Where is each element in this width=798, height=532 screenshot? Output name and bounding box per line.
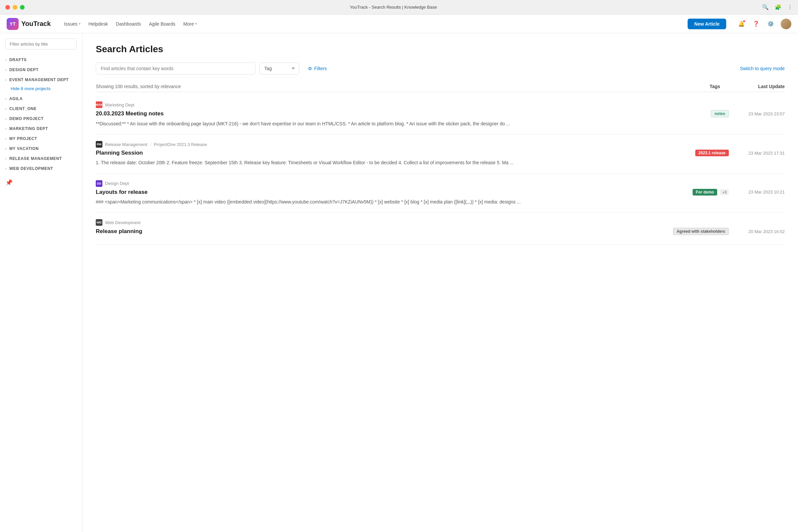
chevron-icon: › (5, 107, 7, 111)
logo-icon: YT (7, 18, 19, 30)
notifications-icon[interactable]: 🔔 (737, 19, 746, 28)
article-meta: WD Web Development (96, 219, 785, 226)
article-title-row: 20.03.2023 Meeting notes notes 23 Mar 20… (96, 110, 785, 117)
sidebar-item-my-project[interactable]: › MY PROJECT (0, 134, 82, 144)
search-icon[interactable]: 🔍 (762, 4, 769, 10)
project-name: Web Development (105, 220, 141, 225)
chevron-icon: › (5, 157, 7, 160)
tag-select[interactable]: Tag (259, 62, 299, 75)
article-title[interactable]: Release planning (96, 228, 142, 235)
filters-label: Filters (314, 66, 327, 71)
new-article-button[interactable]: New Article (688, 19, 726, 29)
article-meta: MAK Marketing Dept (96, 101, 785, 108)
sidebar-item-client-one[interactable]: › CLIENT_ONE (0, 104, 82, 114)
nav-more[interactable]: More ▾ (183, 21, 197, 26)
logo[interactable]: YT YouTrack (7, 18, 51, 30)
tag-badge[interactable]: For demo (692, 189, 718, 195)
close-button[interactable] (5, 5, 10, 10)
project-name: Design Dept (105, 181, 129, 186)
article-search-input[interactable] (96, 62, 255, 75)
article-tags: For demo +3 23 Mar 2023 10:21 (692, 189, 785, 195)
project-icon: DD (96, 180, 102, 187)
nav-dashboards[interactable]: Dashboards (116, 21, 141, 26)
nav-agile[interactable]: Agile Boards (149, 21, 175, 26)
article-excerpt: ### <span>Marketing communications</span… (96, 198, 785, 206)
tag-badge[interactable]: notes (711, 110, 729, 117)
settings-icon[interactable]: ⚙️ (766, 19, 775, 28)
article-meta: DD Design Dept (96, 180, 785, 187)
hide-projects-link[interactable]: Hide 8 more projects (0, 85, 82, 94)
project-icon: RM (96, 141, 102, 148)
article-title[interactable]: Planning Session (96, 150, 143, 156)
sidebar-item-label: DEMO PROJECT (9, 116, 43, 121)
more-dropdown-icon: ▾ (195, 22, 197, 25)
chevron-icon: › (5, 147, 7, 151)
sidebar-filter-input[interactable] (5, 39, 77, 50)
article-title[interactable]: Layouts for release (96, 189, 148, 195)
minimize-button[interactable] (13, 5, 17, 10)
sidebar-item-demo-project[interactable]: › DEMO PROJECT (0, 114, 82, 124)
notification-dot (743, 20, 745, 23)
avatar[interactable] (781, 19, 791, 29)
search-row: Tag ⚙ Filters Switch to query mode (96, 62, 785, 75)
layout: › DRAFTS › DESIGN DEPT › EVENT MANAGEMEN… (0, 33, 798, 532)
tag-select-wrapper: Tag (259, 62, 299, 75)
tag-extra[interactable]: +3 (720, 189, 729, 195)
sidebar-item-label: DRAFTS (9, 58, 26, 62)
issues-dropdown-icon: ▾ (79, 22, 80, 25)
chevron-icon: › (5, 78, 7, 82)
logo-text: YouTrack (21, 20, 51, 27)
window-title: YouTrack - Search Results | Knowledge Ba… (350, 5, 437, 10)
help-icon[interactable]: ❓ (752, 19, 761, 28)
chevron-icon: › (5, 117, 7, 121)
page-title: Search Articles (96, 44, 785, 55)
article-meta: RM Release Management / ProjectOne 2021.… (96, 141, 785, 148)
sidebar-item-label: WEB DEVELOPMENT (9, 166, 53, 171)
tag-badge[interactable]: Agreed with stakeholders (673, 228, 729, 235)
sidebar-item-marketing-dept[interactable]: › MARKETING DEPT (0, 124, 82, 134)
sidebar-item-my-vacation[interactable]: › MY VACATION (0, 144, 82, 154)
filter-icon: ⚙ (308, 66, 312, 71)
maximize-button[interactable] (20, 5, 25, 10)
tag-badge[interactable]: 2023.1 release (695, 150, 729, 156)
titlebar-actions: 🔍 🧩 ⋮ (762, 4, 793, 10)
logo-initials: YT (10, 21, 16, 26)
pin-icon[interactable]: 📌 (0, 174, 82, 191)
sidebar-item-drafts[interactable]: › DRAFTS (0, 55, 82, 65)
project-icon: MAK (96, 101, 102, 108)
article-card: MAK Marketing Dept 20.03.2023 Meeting no… (96, 95, 785, 134)
results-header: Showing 100 results, sorted by relevance… (96, 81, 785, 92)
sidebar-item-agila[interactable]: › AGILA (0, 94, 82, 104)
col-last-update: Last Update (732, 84, 785, 89)
issues-label: Issues (64, 21, 77, 26)
project-name: Release Management (105, 142, 147, 147)
article-tags: notes 23 Mar 2023 23:57 (711, 110, 785, 117)
article-date: 23 Mar 2023 23:57 (732, 111, 785, 116)
chevron-icon: › (5, 167, 7, 171)
sidebar-item-label: CLIENT_ONE (9, 107, 37, 111)
sidebar-item-event-mgmt[interactable]: › EVENT MANAGEMENT DEPT (0, 75, 82, 85)
sidebar-item-design-dept[interactable]: › DESIGN DEPT (0, 65, 82, 75)
article-title-row: Planning Session 2023.1 release 23 Mar 2… (96, 150, 785, 156)
filters-button[interactable]: ⚙ Filters (303, 63, 331, 74)
more-icon[interactable]: ⋮ (787, 4, 793, 10)
article-title[interactable]: 20.03.2023 Meeting notes (96, 110, 164, 117)
switch-query-button[interactable]: Switch to query mode (740, 66, 785, 71)
article-tags: 2023.1 release 23 Mar 2023 17:31 (695, 150, 785, 156)
titlebar: YouTrack - Search Results | Knowledge Ba… (0, 0, 798, 15)
sidebar-item-release-mgmt[interactable]: › RELEASE MANAGEMENT (0, 154, 82, 164)
sidebar-item-label: RELEASE MANAGEMENT (9, 156, 62, 161)
chevron-icon: › (5, 97, 7, 101)
sidebar-item-label: AGILA (9, 96, 23, 101)
puzzle-icon[interactable]: 🧩 (775, 4, 781, 10)
article-date: 23 Mar 2023 10:21 (732, 190, 785, 194)
article-card: RM Release Management / ProjectOne 2021.… (96, 134, 785, 173)
results-summary: Showing 100 results, sorted by relevance (96, 84, 181, 89)
nav-helpdesk[interactable]: Helpdesk (89, 21, 108, 26)
article-excerpt: 1. The release date: October 20th 2. Fea… (96, 159, 785, 166)
article-tags: Agreed with stakeholders 20 Mar 2023 16:… (673, 228, 785, 235)
sidebar-item-label: MARKETING DEPT (9, 126, 48, 131)
sidebar-item-web-dev[interactable]: › WEB DEVELOPMENT (0, 164, 82, 174)
nav-icons: 🔔 ❓ ⚙️ (737, 19, 791, 29)
nav-issues[interactable]: Issues ▾ (64, 21, 80, 26)
